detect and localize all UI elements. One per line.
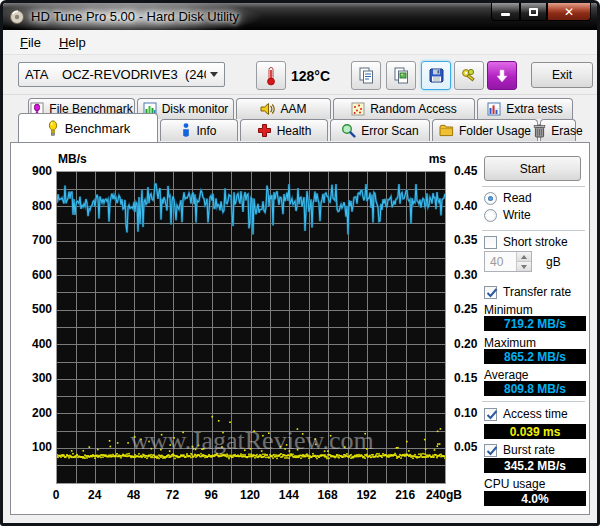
tick-label: 0.30	[454, 268, 477, 282]
save-icon	[428, 67, 445, 84]
temperature-value: 128°C	[291, 68, 330, 84]
transfer-rate-row[interactable]: Transfer rate	[484, 285, 571, 299]
app-icon	[9, 9, 25, 25]
title-bar: HD Tune Pro 5.00 - Hard Disk Utility ✕	[3, 3, 597, 30]
minimum-value: 719.2 MB/s	[484, 316, 586, 331]
tick-label: 400	[19, 337, 52, 351]
burst-rate-row[interactable]: Burst rate	[484, 443, 555, 457]
save-button[interactable]	[421, 61, 451, 90]
minimize-icon	[501, 13, 510, 16]
tick-label: 168	[306, 488, 350, 502]
tab-erase[interactable]: Erase	[540, 119, 576, 141]
tab-label: Health	[277, 124, 312, 138]
tick-label: 0.10	[454, 406, 477, 420]
tick-label: 0.45	[454, 164, 477, 178]
separator	[482, 186, 585, 188]
minimize-button[interactable]	[491, 3, 520, 21]
tick-label: 600	[19, 268, 52, 282]
burst-rate-value: 345.2 MB/s	[484, 458, 586, 473]
short-stroke-value: 40	[485, 252, 516, 271]
tab-folder-usage[interactable]: Folder Usage	[432, 119, 538, 141]
health-cross-icon	[257, 123, 272, 138]
transfer-rate-checkbox[interactable]	[484, 286, 497, 299]
read-radio[interactable]	[484, 192, 497, 205]
maximize-button[interactable]	[520, 3, 547, 21]
read-label: Read	[503, 191, 532, 205]
app-window: HD Tune Pro 5.00 - Hard Disk Utility ✕ F…	[0, 0, 600, 526]
tick-label: 72	[150, 488, 194, 502]
tick-label: 120	[228, 488, 272, 502]
dropdown-arrow-icon	[210, 72, 218, 77]
write-radio-row[interactable]: Write	[484, 208, 531, 222]
maximum-value: 865.2 MB/s	[484, 349, 586, 364]
tab-label: Benchmark	[65, 121, 131, 136]
tick-label: 24	[73, 488, 117, 502]
burst-rate-checkbox[interactable]	[484, 444, 497, 457]
window-title: HD Tune Pro 5.00 - Hard Disk Utility	[31, 9, 239, 24]
menu-help[interactable]: Help	[50, 32, 95, 53]
tab-health[interactable]: Health	[240, 119, 328, 141]
copy-text-button[interactable]	[351, 61, 381, 90]
options-keys-icon	[460, 67, 478, 84]
cpu-usage-value: 4.0%	[484, 491, 586, 506]
cpu-usage-label: CPU usage	[484, 477, 545, 491]
short-stroke-unit: gB	[546, 255, 561, 269]
tab-label: Folder Usage	[459, 124, 531, 138]
extra-tests-icon	[487, 102, 501, 116]
burst-rate-label: Burst rate	[503, 443, 555, 457]
error-scan-magnifier-icon	[341, 123, 356, 138]
erase-trash-icon	[533, 123, 546, 138]
tick-label: 200	[19, 406, 52, 420]
random-access-icon	[351, 102, 365, 116]
maximize-icon	[529, 8, 538, 16]
access-time-value: 0.039 ms	[484, 424, 586, 439]
write-radio[interactable]	[484, 209, 497, 222]
temperature-button[interactable]	[256, 61, 286, 90]
benchmark-chart: www.JagatReview.com	[56, 171, 446, 484]
copy-image-button[interactable]	[386, 61, 416, 90]
exit-label: Exit	[552, 68, 572, 82]
tab-benchmark[interactable]: Benchmark	[18, 113, 158, 142]
tick-label: 900	[19, 164, 52, 178]
tab-info[interactable]: Info	[160, 119, 238, 141]
tab-label: Random Access	[370, 102, 457, 116]
access-time-row[interactable]: Access time	[484, 407, 568, 421]
spinner-down-icon[interactable]	[517, 261, 531, 271]
close-icon: ✕	[564, 6, 574, 18]
short-stroke-row[interactable]: Short stroke	[484, 235, 568, 249]
tab-error-scan[interactable]: Error Scan	[330, 119, 430, 141]
short-stroke-checkbox[interactable]	[484, 236, 497, 249]
spinner-up-icon[interactable]	[517, 252, 531, 261]
options-button[interactable]	[454, 61, 484, 90]
exit-button[interactable]: Exit	[531, 62, 593, 88]
tick-label: 96	[189, 488, 233, 502]
tab-extra-tests[interactable]: Extra tests	[477, 98, 573, 119]
tick-label: 0.15	[454, 371, 477, 385]
tick-label: 48	[112, 488, 156, 502]
tab-label: Error Scan	[361, 124, 418, 138]
tick-label: 300	[19, 371, 52, 385]
menu-file[interactable]: File	[11, 32, 50, 53]
short-stroke-spinner[interactable]: 40	[484, 251, 532, 272]
tick-label: 500	[19, 302, 52, 316]
close-button[interactable]: ✕	[547, 3, 591, 21]
drive-selector[interactable]: ATA OCZ-REVODRIVE3 (240 gB)	[18, 62, 225, 87]
toolbar: ATA OCZ-REVODRIVE3 (240 gB) 128°C Exit	[3, 55, 597, 95]
tick-label: 0.05	[454, 440, 477, 454]
drive-selector-value: ATA OCZ-REVODRIVE3 (240 gB)	[25, 67, 206, 82]
average-value: 809.8 MB/s	[484, 381, 586, 396]
minimum-label: Minimum	[484, 303, 533, 317]
access-time-checkbox[interactable]	[484, 408, 497, 421]
tab-aam[interactable]: AAM	[236, 98, 331, 119]
copy-image-icon	[393, 67, 410, 84]
download-button[interactable]	[487, 61, 517, 90]
write-label: Write	[503, 208, 531, 222]
menu-bar: File Help	[3, 30, 597, 55]
tick-label: 0	[34, 488, 78, 502]
tab-label: Disk monitor	[162, 102, 229, 116]
tab-random-access[interactable]: Random Access	[333, 98, 475, 119]
read-radio-row[interactable]: Read	[484, 191, 532, 205]
tab-label: Erase	[551, 124, 582, 138]
start-button[interactable]: Start	[484, 156, 581, 181]
tick-label: 192	[344, 488, 388, 502]
